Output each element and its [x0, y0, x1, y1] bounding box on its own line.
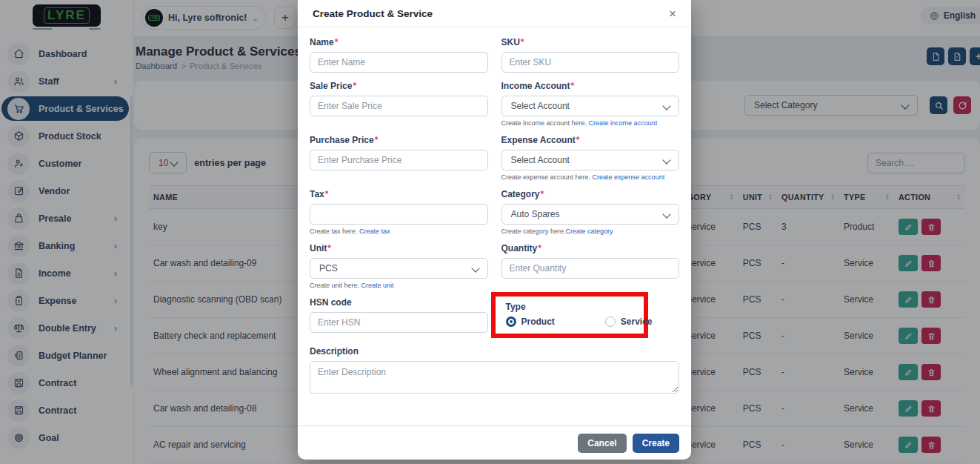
expense-account-select[interactable]: Select Account: [501, 150, 680, 170]
helper-text: Create income account here. Create incom…: [501, 119, 680, 127]
field-hsn: HSN code: [310, 297, 488, 338]
modal-form: Name* SKU* Sale Price* Income Account* S…: [298, 27, 691, 405]
field-sku: SKU*: [501, 37, 680, 73]
helper-text: Create unit here. Create unit: [310, 282, 488, 289]
cancel-button[interactable]: Cancel: [578, 434, 626, 453]
field-tax: Tax* Create tax here. Create tax: [310, 189, 488, 235]
create-button[interactable]: Create: [633, 434, 679, 453]
type-radio-product[interactable]: Product: [506, 316, 555, 327]
field-unit: Unit* PCS Create unit here. Create unit: [310, 243, 488, 289]
hsn-input[interactable]: [310, 312, 488, 333]
radio-selected-icon: [506, 316, 516, 327]
field-category: Category* Auto Spares Create category he…: [501, 189, 680, 235]
required-mark: *: [541, 189, 544, 199]
name-input[interactable]: [310, 52, 488, 73]
income-account-select[interactable]: Select Account: [501, 96, 680, 116]
field-quantity: Quantity*: [501, 243, 680, 289]
sku-input[interactable]: [501, 52, 680, 73]
type-radio-service[interactable]: Service: [605, 316, 653, 327]
field-description: Description: [310, 346, 679, 397]
required-mark: *: [335, 37, 339, 47]
description-textarea[interactable]: [310, 361, 679, 394]
required-mark: *: [570, 81, 574, 91]
modal-footer: Cancel Create: [298, 425, 691, 460]
field-sale-price: Sale Price*: [310, 81, 488, 127]
annotation-highlight-box: Type Product Service: [491, 292, 648, 338]
required-mark: *: [353, 81, 356, 91]
create-expense-account-link[interactable]: Create expense account: [593, 173, 665, 181]
helper-text: Create expense account here. Create expe…: [501, 173, 680, 181]
close-icon[interactable]: ×: [669, 7, 676, 20]
purchase-price-input[interactable]: [310, 150, 488, 170]
field-name: Name*: [310, 37, 488, 73]
required-mark: *: [325, 189, 329, 199]
required-mark: *: [375, 135, 379, 145]
quantity-input[interactable]: [501, 258, 680, 279]
create-income-account-link[interactable]: Create income account: [589, 119, 658, 127]
required-mark: *: [576, 135, 580, 145]
required-mark: *: [521, 37, 524, 47]
helper-text: Create category here.Create category: [501, 228, 680, 235]
helper-text: Create tax here. Create tax: [310, 228, 488, 235]
sale-price-input[interactable]: [310, 96, 488, 116]
field-type: Type Product Service: [501, 297, 680, 338]
field-expense-account: Expense Account* Select Account Create e…: [501, 135, 680, 181]
radio-unselected-icon: [605, 316, 616, 327]
field-income-account: Income Account* Select Account Create in…: [501, 81, 680, 127]
create-product-modal: Create Product & Service × Name* SKU* Sa…: [298, 0, 691, 460]
modal-header: Create Product & Service ×: [298, 0, 691, 27]
unit-select[interactable]: PCS: [310, 258, 488, 279]
tax-input[interactable]: [310, 204, 488, 225]
modal-title: Create Product & Service: [313, 8, 433, 19]
create-tax-link[interactable]: Create tax: [359, 228, 390, 235]
app-root: LYRE Dashboard Staff › Product & Service…: [0, 0, 980, 464]
create-category-link[interactable]: Create category: [566, 228, 613, 235]
create-unit-link[interactable]: Create unit: [361, 282, 394, 289]
required-mark: *: [327, 243, 331, 253]
required-mark: *: [538, 243, 541, 253]
category-select[interactable]: Auto Spares: [501, 204, 680, 225]
field-purchase-price: Purchase Price*: [310, 135, 488, 181]
